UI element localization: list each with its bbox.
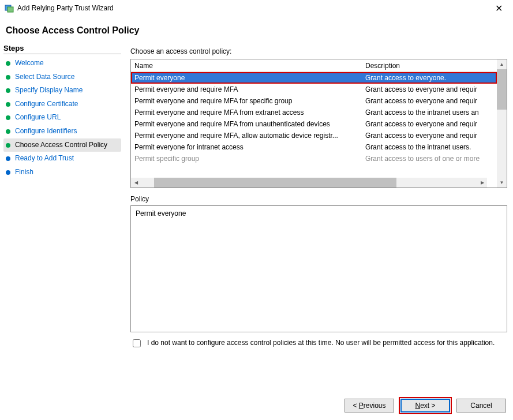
scroll-left-icon[interactable]: [131, 178, 141, 187]
policy-row[interactable]: Permit everyone Grant access to everyone…: [131, 72, 497, 84]
wizard-footer: < Previous Next > Cancel: [345, 397, 506, 414]
step-bullet-icon: [6, 61, 10, 66]
annotation-highlight: Next >: [399, 397, 452, 414]
step-welcome[interactable]: Welcome: [3, 57, 121, 70]
col-name[interactable]: Name: [131, 61, 362, 71]
step-label: Finish: [15, 168, 33, 177]
policy-row[interactable]: Permit everyone for intranet access Gran…: [131, 141, 497, 153]
step-finish[interactable]: Finish: [3, 166, 121, 179]
btn-label: Next >: [415, 402, 435, 410]
policy-description: Grant access to the intranet users.: [362, 142, 497, 152]
page-header: Choose Access Control Policy: [0, 16, 513, 42]
page-title: Choose Access Control Policy: [6, 25, 507, 36]
policy-description: Grant access to the intranet users an: [362, 107, 497, 118]
policy-description: Grant access to everyone and requir: [362, 130, 497, 141]
step-bullet-icon: [6, 170, 10, 175]
col-description[interactable]: Description: [362, 61, 497, 71]
policy-name: Permit everyone: [131, 73, 362, 83]
policy-name: Permit everyone for intranet access: [131, 142, 362, 152]
step-configure-identifiers[interactable]: Configure Identifiers: [3, 125, 121, 138]
window-title: Add Relying Party Trust Wizard: [17, 4, 489, 12]
step-label: Configure URL: [15, 113, 61, 122]
step-label: Select Data Source: [15, 73, 74, 82]
policy-description: Grant access to everyone and requir: [362, 119, 497, 129]
policy-list-label: Choose an access control policy:: [130, 47, 507, 55]
step-bullet-icon: [6, 156, 10, 161]
scroll-right-icon[interactable]: [477, 178, 487, 187]
policy-name: Permit everyone and require MFA for spec…: [131, 96, 362, 106]
policy-list-header: Name Description: [131, 59, 497, 72]
policy-row[interactable]: Permit everyone and require MFA Grant ac…: [131, 84, 497, 95]
optout-checkbox[interactable]: [133, 339, 141, 347]
policy-row[interactable]: Permit everyone and require MFA for spec…: [131, 95, 497, 107]
cancel-button[interactable]: Cancel: [456, 399, 506, 412]
step-bullet-icon: [6, 129, 10, 134]
policy-list[interactable]: Name Description Permit everyone Grant a…: [130, 59, 507, 188]
scroll-thumb[interactable]: [154, 178, 396, 187]
policy-description: Grant access to everyone and requir: [362, 84, 497, 95]
step-bullet-icon: [6, 143, 10, 148]
policy-row[interactable]: Permit everyone and require MFA, allow a…: [131, 130, 497, 141]
policy-name: Permit everyone and require MFA, allow a…: [131, 130, 362, 141]
policy-row[interactable]: Permit everyone and require MFA from ext…: [131, 107, 497, 118]
svg-rect-1: [8, 7, 13, 12]
step-choose-access-control-policy[interactable]: Choose Access Control Policy: [3, 138, 121, 152]
close-icon[interactable]: ✕: [489, 3, 508, 14]
policy-name: Permit specific group: [131, 153, 362, 164]
scroll-thumb[interactable]: [497, 69, 507, 110]
horizontal-scrollbar[interactable]: [131, 178, 487, 187]
policy-row[interactable]: Permit specific group Grant access to us…: [131, 153, 497, 164]
step-ready-to-add-trust[interactable]: Ready to Add Trust: [3, 152, 121, 166]
step-bullet-icon: [6, 75, 10, 80]
step-label: Choose Access Control Policy: [15, 141, 107, 150]
policy-detail-label: Policy: [130, 195, 507, 203]
vertical-scrollbar[interactable]: [497, 59, 507, 187]
step-bullet-icon: [6, 115, 10, 120]
step-specify-display-name[interactable]: Specify Display Name: [3, 84, 121, 97]
step-label: Configure Certificate: [15, 100, 78, 109]
step-label: Welcome: [15, 59, 44, 68]
step-configure-url[interactable]: Configure URL: [3, 111, 121, 125]
btn-label: < Previous: [353, 402, 385, 410]
step-bullet-icon: [6, 102, 10, 107]
steps-sidebar: Steps Welcome Select Data Source Specify…: [0, 42, 125, 418]
title-bar: Add Relying Party Trust Wizard ✕: [0, 0, 513, 16]
policy-description: Grant access to everyone and requir: [362, 96, 497, 106]
wizard-icon: [5, 3, 14, 13]
next-button[interactable]: Next >: [400, 399, 450, 412]
step-bullet-icon: [6, 88, 10, 93]
step-label: Specify Display Name: [15, 86, 83, 95]
scroll-down-icon[interactable]: [497, 178, 507, 187]
policy-name: Permit everyone and require MFA from ext…: [131, 107, 362, 118]
optout-label[interactable]: I do not want to configure access contro…: [147, 338, 495, 347]
step-label: Configure Identifiers: [15, 127, 77, 136]
policy-name: Permit everyone and require MFA: [131, 84, 362, 95]
step-label: Ready to Add Trust: [15, 154, 74, 163]
step-select-data-source[interactable]: Select Data Source: [3, 70, 121, 84]
policy-detail-text: Permit everyone: [136, 209, 186, 217]
previous-button[interactable]: < Previous: [345, 399, 394, 412]
step-configure-certificate[interactable]: Configure Certificate: [3, 97, 121, 111]
policy-description: Grant access to users of one or more: [362, 153, 497, 164]
steps-title: Steps: [3, 44, 121, 54]
policy-detail: Permit everyone: [130, 205, 507, 332]
policy-name: Permit everyone and require MFA from una…: [131, 119, 362, 129]
scroll-up-icon[interactable]: [497, 59, 507, 69]
policy-description: Grant access to everyone.: [362, 73, 497, 83]
policy-row[interactable]: Permit everyone and require MFA from una…: [131, 118, 497, 130]
content-pane: Choose an access control policy: Name De…: [125, 42, 513, 418]
